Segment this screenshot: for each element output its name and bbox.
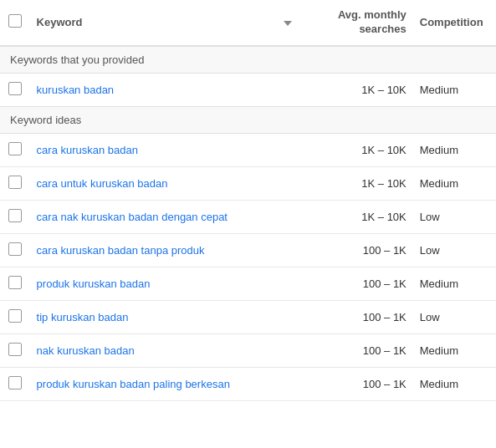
row-checkbox[interactable]	[8, 376, 22, 389]
select-all-header	[0, 0, 30, 46]
section-title: Keyword ideas	[0, 106, 496, 133]
sort-cell	[277, 333, 309, 367]
competition-header-label: Competition	[420, 16, 483, 28]
avg-searches-cell: 100 – 1K	[309, 333, 413, 367]
table-row: nak kuruskan badan 100 – 1K Medium	[0, 333, 496, 367]
avg-searches-cell: 100 – 1K	[309, 367, 413, 400]
competition-cell: Low	[413, 200, 496, 233]
row-checkbox[interactable]	[8, 309, 22, 323]
keyword-cell[interactable]: cara kuruskan badan	[30, 133, 277, 166]
row-checkbox[interactable]	[8, 276, 22, 289]
competition-cell: Medium	[413, 73, 496, 106]
competition-cell: Medium	[413, 166, 496, 200]
sort-cell	[277, 166, 309, 200]
section-title: Keywords that you provided	[0, 46, 496, 74]
avg-searches-cell: 100 – 1K	[309, 300, 413, 333]
row-checkbox-cell	[0, 267, 30, 300]
sort-cell	[277, 367, 309, 400]
sort-cell	[277, 267, 309, 300]
row-checkbox-cell	[0, 333, 30, 367]
sort-column-header[interactable]	[277, 0, 309, 46]
avg-searches-cell: 100 – 1K	[309, 267, 413, 300]
row-checkbox-cell	[0, 133, 30, 166]
sort-cell	[277, 133, 309, 166]
table-row: cara untuk kuruskan badan 1K – 10K Mediu…	[0, 166, 496, 200]
row-checkbox[interactable]	[8, 142, 22, 155]
keyword-cell[interactable]: nak kuruskan badan	[30, 333, 277, 367]
row-checkbox-cell	[0, 200, 30, 233]
competition-cell: Low	[413, 300, 496, 333]
keyword-cell[interactable]: cara untuk kuruskan badan	[30, 166, 277, 200]
select-all-checkbox[interactable]	[8, 14, 22, 28]
avg-searches-cell: 1K – 10K	[309, 166, 413, 200]
competition-column-header: Competition	[413, 0, 496, 46]
row-checkbox[interactable]	[8, 242, 22, 256]
keyword-cell[interactable]: cara nak kuruskan badan dengan cepat	[30, 200, 277, 233]
keyword-cell[interactable]: cara kuruskan badan tanpa produk	[30, 233, 277, 267]
table-row: produk kuruskan badan 100 – 1K Medium	[0, 267, 496, 300]
table-row: tip kuruskan badan 100 – 1K Low	[0, 300, 496, 333]
keyword-cell[interactable]: produk kuruskan badan paling berkesan	[30, 367, 277, 400]
competition-cell: Medium	[413, 267, 496, 300]
avg-searches-header-label: Avg. monthly searches	[338, 8, 407, 35]
competition-cell: Medium	[413, 133, 496, 166]
keyword-column-header: Keyword	[30, 0, 277, 46]
competition-cell: Low	[413, 233, 496, 267]
sort-cell	[277, 233, 309, 267]
avg-searches-cell: 100 – 1K	[309, 233, 413, 267]
table-row: kuruskan badan 1K – 10K Medium	[0, 73, 496, 106]
sort-arrow-icon[interactable]	[284, 21, 292, 26]
avg-searches-cell: 1K – 10K	[309, 73, 413, 106]
row-checkbox-cell	[0, 367, 30, 400]
competition-cell: Medium	[413, 367, 496, 400]
table-row: cara nak kuruskan badan dengan cepat 1K …	[0, 200, 496, 233]
sort-cell	[277, 300, 309, 333]
row-checkbox-cell	[0, 73, 30, 106]
competition-cell: Medium	[413, 333, 496, 367]
avg-searches-cell: 1K – 10K	[309, 200, 413, 233]
keyword-cell[interactable]: tip kuruskan badan	[30, 300, 277, 333]
section-header-row: Keywords that you provided	[0, 46, 496, 74]
table-row: cara kuruskan badan 1K – 10K Medium	[0, 133, 496, 166]
keyword-cell[interactable]: kuruskan badan	[30, 73, 277, 106]
row-checkbox-cell	[0, 166, 30, 200]
table-row: produk kuruskan badan paling berkesan 10…	[0, 367, 496, 400]
keyword-header-label: Keyword	[37, 16, 83, 28]
keyword-cell[interactable]: produk kuruskan badan	[30, 267, 277, 300]
row-checkbox[interactable]	[8, 176, 22, 189]
avg-searches-column-header: Avg. monthly searches	[309, 0, 413, 46]
row-checkbox[interactable]	[8, 343, 22, 356]
section-header-row: Keyword ideas	[0, 106, 496, 133]
avg-searches-cell: 1K – 10K	[309, 133, 413, 166]
row-checkbox[interactable]	[8, 209, 22, 222]
row-checkbox-cell	[0, 233, 30, 267]
sort-cell	[277, 200, 309, 233]
sort-cell	[277, 73, 309, 106]
row-checkbox-cell	[0, 300, 30, 333]
row-checkbox[interactable]	[8, 82, 22, 95]
table-row: cara kuruskan badan tanpa produk 100 – 1…	[0, 233, 496, 267]
